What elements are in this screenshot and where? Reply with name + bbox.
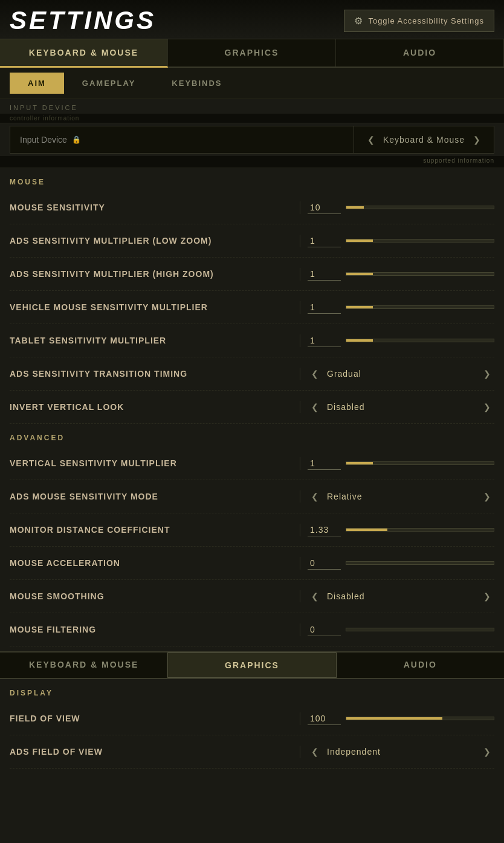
advanced-section-header: ADVANCED <box>0 424 504 447</box>
ads-sensitivity-high-control: 1 <box>300 268 494 281</box>
mouse-acceleration-slider[interactable] <box>346 561 494 565</box>
input-device-right-arrow[interactable]: ❯ <box>470 134 484 146</box>
accessibility-button-label: Toggle Accessibility Settings <box>368 16 484 25</box>
vehicle-mouse-sensitivity-control: 1 <box>300 301 494 314</box>
ads-sensitivity-low-fill <box>346 239 373 242</box>
ads-transition-timing-left-arrow[interactable]: ❮ <box>308 368 322 380</box>
tablet-sensitivity-slider[interactable] <box>346 339 494 342</box>
bottom-tab-audio[interactable]: AUDIO <box>337 653 504 678</box>
bottom-tab-keyboard-mouse[interactable]: KEYBOARD & MOUSE <box>0 653 167 678</box>
field-of-view-fill <box>346 717 442 720</box>
ads-mouse-sensitivity-mode-value: Relative <box>327 492 475 501</box>
ads-mouse-sensitivity-mode-label: ADS Mouse Sensitivity Mode <box>10 484 300 509</box>
mouse-section-header: MOUSE <box>0 168 504 191</box>
ads-transition-timing-row: ADS Sensitivity Transition Timing ❮ Grad… <box>10 357 494 391</box>
input-device-left-arrow[interactable]: ❮ <box>364 134 378 146</box>
ads-sensitivity-low-label: ADS Sensitivity Multiplier (Low Zoom) <box>10 229 300 253</box>
input-device-row: Input Device 🔒 ❮ Keyboard & Mouse ❯ <box>10 126 494 154</box>
display-section-header: DISPLAY <box>0 679 504 702</box>
input-device-label-text: Input Device <box>20 135 67 145</box>
mouse-filtering-value[interactable]: 0 <box>308 623 341 636</box>
mouse-sensitivity-slider[interactable] <box>346 206 494 209</box>
mouse-acceleration-row: Mouse Acceleration 0 <box>10 547 494 580</box>
input-device-section: Input Device 🔒 ❮ Keyboard & Mouse ❯ <box>0 123 504 154</box>
monitor-distance-coefficient-value[interactable]: 1.33 <box>308 524 341 536</box>
mouse-acceleration-value[interactable]: 0 <box>308 557 341 570</box>
vehicle-mouse-sensitivity-fill <box>346 306 373 308</box>
invert-vertical-look-left-arrow[interactable]: ❮ <box>308 401 322 413</box>
ads-field-of-view-right-arrow[interactable]: ❯ <box>480 746 494 758</box>
monitor-distance-coefficient-row: Monitor Distance Coefficient 1.33 <box>10 513 494 547</box>
ads-sensitivity-low-row: ADS Sensitivity Multiplier (Low Zoom) 1 <box>10 224 494 258</box>
mouse-acceleration-control: 0 <box>300 557 494 570</box>
tab-keyboard-mouse[interactable]: KEYBOARD & MOUSE <box>0 39 168 68</box>
invert-vertical-look-right-arrow[interactable]: ❯ <box>480 401 494 413</box>
input-device-value-control[interactable]: ❮ Keyboard & Mouse ❯ <box>354 126 494 153</box>
vertical-sensitivity-multiplier-control: 1 <box>300 457 494 470</box>
invert-vertical-look-control[interactable]: ❮ Disabled ❯ <box>300 401 494 413</box>
vertical-sensitivity-multiplier-slider[interactable] <box>346 461 494 465</box>
accessibility-settings-button[interactable]: ⚙ Toggle Accessibility Settings <box>344 10 494 32</box>
vehicle-mouse-sensitivity-row: Vehicle Mouse Sensitivity Multiplier 1 <box>10 291 494 324</box>
ads-sensitivity-high-label: ADS Sensitivity Multiplier (High Zoom) <box>10 262 300 286</box>
input-device-value-text: Keyboard & Mouse <box>383 135 465 145</box>
mouse-smoothing-left-arrow[interactable]: ❮ <box>308 590 322 602</box>
mouse-sensitivity-control: 10 <box>300 201 494 214</box>
vehicle-mouse-sensitivity-label: Vehicle Mouse Sensitivity Multiplier <box>10 295 300 319</box>
controller-info-bar: controller information <box>0 114 504 123</box>
ads-sensitivity-high-slider[interactable] <box>346 272 494 276</box>
ads-transition-timing-label: ADS Sensitivity Transition Timing <box>10 362 300 386</box>
controller-info-text: controller information <box>10 115 79 122</box>
ads-mouse-sensitivity-mode-left-arrow[interactable]: ❮ <box>308 490 322 503</box>
mouse-smoothing-row: Mouse Smoothing ❮ Disabled ❯ <box>10 580 494 613</box>
vertical-sensitivity-multiplier-row: Vertical Sensitivity Multiplier 1 <box>10 447 494 480</box>
field-of-view-value[interactable]: 100 <box>308 712 341 725</box>
ads-field-of-view-value: Independent <box>327 747 475 757</box>
vehicle-mouse-sensitivity-slider[interactable] <box>346 305 494 309</box>
vehicle-mouse-sensitivity-value[interactable]: 1 <box>308 301 341 314</box>
mouse-filtering-slider[interactable] <box>346 628 494 631</box>
mouse-smoothing-label: Mouse Smoothing <box>10 584 300 608</box>
ads-field-of-view-row: ADS Field of View ❮ Independent ❯ <box>10 735 494 769</box>
vertical-sensitivity-multiplier-value[interactable]: 1 <box>308 457 341 470</box>
bottom-navigation: KEYBOARD & MOUSE GRAPHICS AUDIO <box>0 651 504 679</box>
header: SETTINGS ⚙ Toggle Accessibility Settings <box>0 0 504 39</box>
ads-sensitivity-low-control: 1 <box>300 235 494 247</box>
mouse-sensitivity-label: Mouse Sensitivity <box>10 195 300 220</box>
ads-sensitivity-low-value[interactable]: 1 <box>308 235 341 247</box>
tab-graphics[interactable]: GRAPHICS <box>168 39 336 67</box>
mouse-smoothing-right-arrow[interactable]: ❯ <box>480 590 494 602</box>
mouse-acceleration-label: Mouse Acceleration <box>10 551 300 575</box>
subtab-keybinds[interactable]: KEYBINDS <box>153 73 240 94</box>
tablet-sensitivity-row: Tablet Sensitivity Multiplier 1 <box>10 324 494 357</box>
monitor-distance-coefficient-slider[interactable] <box>346 528 494 532</box>
ads-field-of-view-control[interactable]: ❮ Independent ❯ <box>300 746 494 758</box>
invert-vertical-look-row: Invert Vertical Look ❮ Disabled ❯ <box>10 391 494 424</box>
ads-mouse-sensitivity-mode-control[interactable]: ❮ Relative ❯ <box>300 490 494 503</box>
advanced-settings: Vertical Sensitivity Multiplier 1 ADS Mo… <box>0 447 504 646</box>
ads-field-of-view-left-arrow[interactable]: ❮ <box>308 746 322 758</box>
ads-sensitivity-high-value[interactable]: 1 <box>308 268 341 281</box>
vertical-sensitivity-multiplier-fill <box>346 462 373 464</box>
ads-transition-timing-control[interactable]: ❮ Gradual ❯ <box>300 368 494 380</box>
field-of-view-label: Field of View <box>10 706 300 731</box>
bottom-tab-graphics[interactable]: GRAPHICS <box>167 653 336 678</box>
field-of-view-slider[interactable] <box>346 717 494 720</box>
ads-mouse-sensitivity-mode-row: ADS Mouse Sensitivity Mode ❮ Relative ❯ <box>10 480 494 513</box>
mouse-smoothing-control[interactable]: ❮ Disabled ❯ <box>300 590 494 602</box>
ads-mouse-sensitivity-mode-right-arrow[interactable]: ❯ <box>480 490 494 503</box>
sub-navigation: AIM GAMEPLAY KEYBINDS <box>0 68 504 99</box>
subtab-aim[interactable]: AIM <box>10 73 64 94</box>
ads-sensitivity-high-fill <box>346 273 373 275</box>
subtab-gameplay[interactable]: GAMEPLAY <box>64 73 153 94</box>
tablet-sensitivity-value[interactable]: 1 <box>308 334 341 347</box>
lock-icon: 🔒 <box>72 135 81 144</box>
ads-transition-timing-right-arrow[interactable]: ❯ <box>480 368 494 380</box>
ads-sensitivity-low-slider[interactable] <box>346 239 494 242</box>
mouse-sensitivity-value[interactable]: 10 <box>308 201 341 214</box>
tablet-sensitivity-control: 1 <box>300 334 494 347</box>
mouse-filtering-control: 0 <box>300 623 494 636</box>
field-of-view-row: Field of View 100 <box>10 702 494 735</box>
input-device-section-label: INPUT DEVICE <box>0 99 504 114</box>
tab-audio[interactable]: AUDIO <box>336 39 504 67</box>
